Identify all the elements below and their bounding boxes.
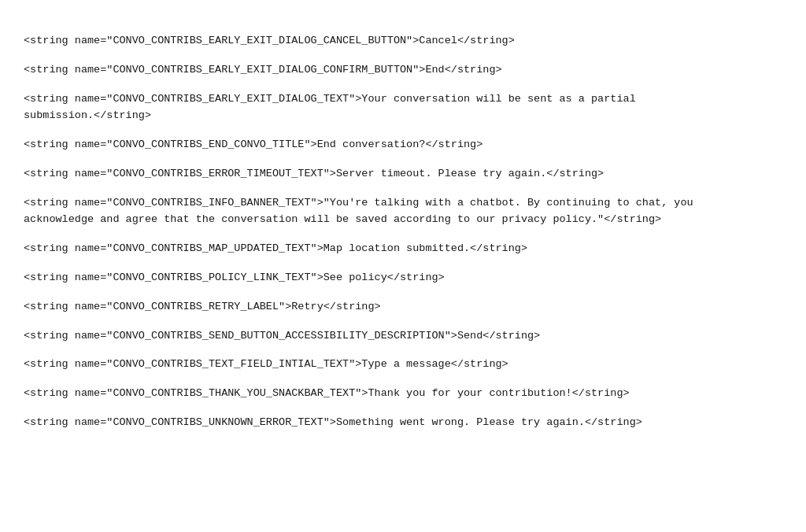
xml-line-line11: <string name="CONVO_CONTRIBS_TEXT_FIELD_…: [24, 357, 782, 373]
xml-line-line8: <string name="CONVO_CONTRIBS_POLICY_LINK…: [24, 270, 782, 286]
xml-line-line7: <string name="CONVO_CONTRIBS_MAP_UPDATED…: [24, 241, 782, 257]
xml-line-line13: <string name="CONVO_CONTRIBS_UNKNOWN_ERR…: [24, 415, 782, 431]
xml-line-line2: <string name="CONVO_CONTRIBS_EARLY_EXIT_…: [24, 62, 782, 79]
xml-line-line4: <string name="CONVO_CONTRIBS_END_CONVO_T…: [24, 137, 782, 153]
code-content: <string name="CONVO_CONTRIBS_EARLY_EXIT_…: [24, 16, 782, 431]
xml-line-line10: <string name="CONVO_CONTRIBS_SEND_BUTTON…: [24, 328, 782, 345]
xml-line-line12: <string name="CONVO_CONTRIBS_THANK_YOU_S…: [24, 386, 782, 402]
xml-line-line1: <string name="CONVO_CONTRIBS_EARLY_EXIT_…: [24, 33, 782, 50]
xml-line-line5: <string name="CONVO_CONTRIBS_ERROR_TIMEO…: [24, 166, 782, 183]
xml-line-line9: <string name="CONVO_CONTRIBS_RETRY_LABEL…: [24, 299, 782, 316]
xml-line-line6: <string name="CONVO_CONTRIBS_INFO_BANNER…: [24, 195, 782, 228]
xml-line-line3: <string name="CONVO_CONTRIBS_EARLY_EXIT_…: [24, 91, 782, 124]
